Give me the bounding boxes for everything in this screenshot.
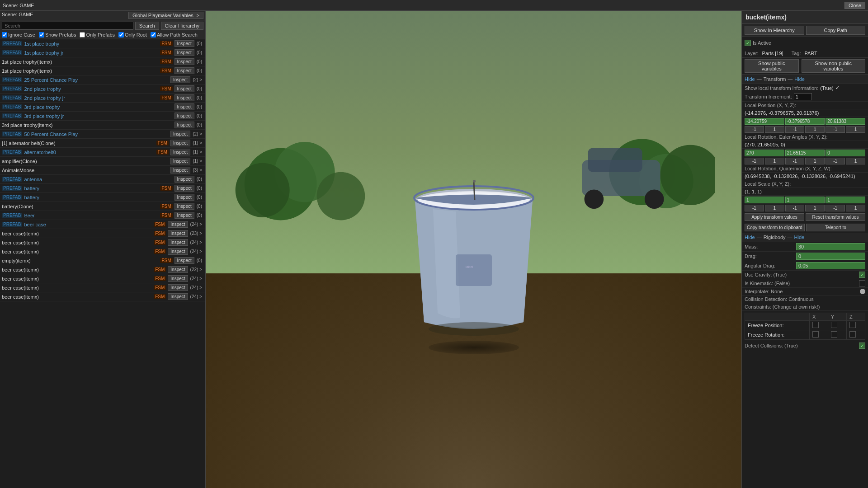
inspect-button-27[interactable]: Inspect [168, 284, 188, 291]
transform-increment-input[interactable] [794, 93, 812, 100]
rigidbody-hide1-link[interactable]: Hide [745, 235, 755, 240]
pos-x-neg-btn[interactable]: -1 [745, 126, 764, 133]
hierarchy-item-3[interactable]: 1st place trophy(itemx)FSMInspect(0) [0, 66, 205, 75]
inspect-button-11[interactable]: Inspect [170, 140, 190, 146]
inspect-button-0[interactable]: Inspect [175, 40, 194, 47]
scale-y-pos-btn[interactable]: 1 [805, 205, 825, 211]
scale-z-neg-btn[interactable]: -1 [826, 205, 845, 211]
freeze-rot-x-check[interactable] [812, 331, 819, 338]
hierarchy-item-28[interactable]: beer case(itemx)FSMInspect(24) > [0, 292, 205, 301]
show-public-vars-button[interactable]: Show public variables [745, 59, 799, 73]
copy-path-button[interactable]: Copy Path [806, 26, 866, 35]
inspect-button-20[interactable]: Inspect [168, 221, 188, 228]
inspect-button-21[interactable]: Inspect [168, 230, 188, 237]
rot-z-pos-btn[interactable]: 1 [846, 158, 865, 164]
local-pos-x-input[interactable] [745, 118, 784, 125]
local-pos-z-input[interactable] [826, 118, 865, 125]
hierarchy-item-15[interactable]: PREFABantennaInspect(0) [0, 175, 205, 184]
angular-drag-input[interactable] [796, 262, 865, 269]
close-button[interactable]: Close [844, 2, 865, 9]
hierarchy-item-24[interactable]: empty(itemx)FSMInspect(0) [0, 256, 205, 265]
hierarchy-item-9[interactable]: 3rd place trophy(itemx)Inspect(0) [0, 121, 205, 130]
hierarchy-item-27[interactable]: beer case(itemx)FSMInspect(24) > [0, 283, 205, 292]
clear-hierarchy-button[interactable]: Clear Hierarchy [161, 22, 203, 30]
mass-input[interactable] [796, 243, 865, 250]
inspect-button-26[interactable]: Inspect [168, 275, 188, 282]
copy-transform-button[interactable]: Copy transform to clipboard [745, 224, 805, 231]
rot-x-neg-btn[interactable]: -1 [745, 158, 764, 164]
transform-hide2-link[interactable]: Hide [794, 76, 805, 82]
hierarchy-item-0[interactable]: PREFAB1st place trophyFSMInspect(0) [0, 39, 205, 48]
inspect-button-25[interactable]: Inspect [168, 266, 188, 273]
hierarchy-item-14[interactable]: AnimalsMooseInspect(3) > [0, 166, 205, 175]
inspect-button-24[interactable]: Inspect [175, 257, 194, 264]
hierarchy-item-2[interactable]: 1st place trophy(itemx)FSMInspect(0) [0, 57, 205, 66]
local-scale-x-input[interactable] [745, 197, 784, 203]
search-button[interactable]: Search [135, 22, 159, 30]
show-nonpublic-vars-button[interactable]: Show non-public variables [802, 59, 865, 73]
reset-transform-button[interactable]: Reset transform values [806, 213, 865, 221]
rot-z-neg-btn[interactable]: -1 [826, 158, 845, 164]
hierarchy-item-23[interactable]: beer case(itemx)FSMInspect(24) > [0, 247, 205, 256]
rot-x-pos-btn[interactable]: 1 [765, 158, 784, 164]
freeze-pos-z-check[interactable] [849, 322, 856, 328]
teleport-button[interactable]: Teleport to [806, 224, 865, 231]
only-root-option[interactable]: Only Root [118, 32, 147, 38]
hierarchy-item-5[interactable]: PREFAB2nd place trophyFSMInspect(0) [0, 84, 205, 94]
inspect-button-7[interactable]: Inspect [175, 103, 194, 110]
local-scale-y-input[interactable] [785, 197, 825, 203]
pos-z-pos-btn[interactable]: 1 [846, 126, 865, 133]
show-prefabs-option[interactable]: Show Prefabs [39, 32, 76, 38]
freeze-rot-y-check[interactable] [831, 331, 837, 338]
local-rot-x-input[interactable] [745, 150, 784, 156]
only-prefabs-option[interactable]: Only Prefabs [80, 32, 115, 38]
hierarchy-item-11[interactable]: [1] alternator belt(Clone)FSMInspect(1) … [0, 139, 205, 148]
pos-y-neg-btn[interactable]: -1 [785, 126, 805, 133]
hierarchy-item-25[interactable]: beer case(itemx)FSMInspect(22) > [0, 265, 205, 274]
hierarchy-item-6[interactable]: PREFAB2nd place trophy jrFSMInspect(0) [0, 94, 205, 103]
inspect-button-10[interactable]: Inspect [170, 131, 190, 137]
hierarchy-item-18[interactable]: battery(Clone)FSMInspect(0) [0, 202, 205, 211]
hierarchy-item-8[interactable]: PREFAB3rd place trophy jrInspect(0) [0, 112, 205, 121]
hierarchy-item-22[interactable]: beer case(itemx)FSMInspect(24) > [0, 238, 205, 247]
inspect-button-13[interactable]: Inspect [170, 158, 190, 164]
rot-y-pos-btn[interactable]: 1 [805, 158, 825, 164]
drag-input[interactable] [796, 253, 865, 260]
inspect-button-28[interactable]: Inspect [168, 293, 188, 300]
inspect-button-8[interactable]: Inspect [175, 113, 194, 119]
local-scale-z-input[interactable] [826, 197, 865, 203]
hierarchy-item-10[interactable]: PREFAB50 Percent Chance PlayInspect(2) > [0, 130, 205, 139]
hierarchy-item-13[interactable]: amplifier(Clone)Inspect(1) > [0, 157, 205, 166]
inspect-button-16[interactable]: Inspect [175, 185, 194, 192]
inspect-button-4[interactable]: Inspect [170, 76, 190, 83]
freeze-rot-z-check[interactable] [849, 331, 856, 338]
inspect-button-22[interactable]: Inspect [168, 239, 188, 246]
inspect-button-12[interactable]: Inspect [170, 149, 190, 155]
hierarchy-item-17[interactable]: PREFABbatteryInspect(0) [0, 193, 205, 202]
pos-y-pos-btn[interactable]: 1 [805, 126, 825, 133]
scale-z-pos-btn[interactable]: 1 [846, 205, 865, 211]
inspect-button-2[interactable]: Inspect [175, 58, 194, 65]
inspect-button-5[interactable]: Inspect [175, 85, 194, 92]
inspect-button-15[interactable]: Inspect [175, 176, 194, 183]
hierarchy-list[interactable]: PREFAB1st place trophyFSMInspect(0)PREFA… [0, 39, 205, 488]
inspect-button-19[interactable]: Inspect [175, 212, 194, 219]
apply-transform-button[interactable]: Apply transform values [745, 213, 804, 221]
scale-y-neg-btn[interactable]: -1 [785, 205, 805, 211]
hierarchy-item-21[interactable]: beer case(itemx)FSMInspect(23) > [0, 229, 205, 238]
hierarchy-item-20[interactable]: PREFABbeer caseFSMInspect(24) > [0, 220, 205, 229]
pos-x-pos-btn[interactable]: 1 [765, 126, 784, 133]
freeze-pos-y-check[interactable] [831, 322, 837, 328]
inspect-button-9[interactable]: Inspect [175, 122, 194, 128]
rot-y-neg-btn[interactable]: -1 [785, 158, 805, 164]
inspect-button-17[interactable]: Inspect [175, 194, 194, 201]
search-input[interactable] [2, 22, 133, 30]
hierarchy-item-7[interactable]: PREFAB3rd place trophyInspect(0) [0, 103, 205, 112]
inspect-button-14[interactable]: Inspect [170, 167, 190, 174]
hierarchy-item-4[interactable]: PREFAB25 Percent Chance PlayInspect(2) > [0, 75, 205, 84]
inspect-button-23[interactable]: Inspect [168, 248, 188, 255]
local-pos-y-input[interactable] [785, 118, 825, 125]
show-in-hierarchy-button[interactable]: Show In Hierarchy [745, 26, 804, 35]
rigidbody-hide2-link[interactable]: Hide [794, 235, 805, 240]
ignore-case-option[interactable]: Ignore Case [2, 32, 35, 38]
